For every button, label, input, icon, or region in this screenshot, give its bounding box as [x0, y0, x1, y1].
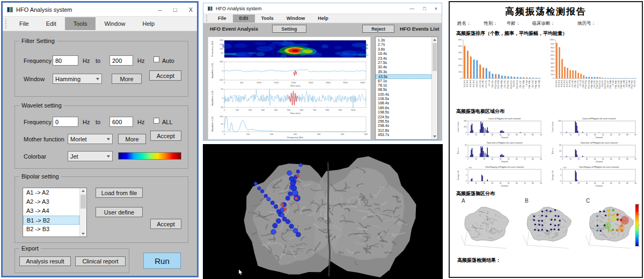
titlebar: HFO Analysis system — □ ×	[203, 3, 442, 14]
bipolar-accept-button[interactable]: Accept	[150, 219, 181, 229]
menu-item-window[interactable]: Window	[96, 17, 134, 30]
scrollbar[interactable]	[431, 37, 437, 139]
list-item[interactable]: 106.5s	[376, 97, 431, 101]
svg-text:2: 2	[466, 168, 467, 170]
frequency-label: Frequency	[24, 58, 52, 64]
load-from-file-button[interactable]: Load from file	[96, 188, 143, 198]
list-item[interactable]: 453.7s	[376, 133, 431, 137]
brain-3d-panel[interactable]	[203, 144, 443, 279]
setting-button[interactable]: Setting	[272, 25, 306, 33]
scroll-down-icon[interactable]	[432, 134, 437, 139]
menu-item-tools[interactable]: Tools	[65, 17, 96, 30]
menu-item-tools[interactable]: Tools	[255, 15, 280, 23]
list-item[interactable]: 189.6s	[376, 106, 431, 110]
list-item[interactable]: 16.4s	[376, 52, 431, 56]
menu-item-window[interactable]: Window	[280, 15, 311, 23]
analysis-result-button[interactable]: Analysis result	[19, 256, 71, 266]
svg-text:70: 70	[524, 134, 526, 136]
close-button[interactable]: ×	[435, 6, 437, 11]
list-item[interactable]: 224.5s	[376, 115, 431, 119]
filter-freq-from-input[interactable]	[53, 55, 78, 66]
list-item[interactable]: 256.5s	[376, 119, 431, 124]
list-item[interactable]: 3.8s	[376, 47, 431, 52]
maximize-button[interactable]: □	[423, 6, 426, 11]
svg-text:10: 10	[475, 158, 477, 160]
list-item[interactable]: 100.4s	[376, 92, 431, 97]
menu-item-file[interactable]: File	[211, 15, 233, 23]
scroll-up-icon[interactable]	[80, 188, 86, 194]
svg-text:2000: 2000	[291, 81, 296, 84]
close-button[interactable]: X	[189, 6, 193, 13]
list-item[interactable]: 27.5s	[376, 61, 431, 65]
svg-text:50: 50	[221, 52, 224, 54]
list-item[interactable]: A3 -> A4	[23, 206, 79, 216]
svg-text:0: 0	[224, 81, 225, 84]
svg-text:60: 60	[516, 182, 518, 184]
results-heading: 高频振荡检测结果：	[457, 257, 501, 264]
list-item[interactable]: 2.7s	[376, 42, 431, 47]
toolbar-grip-icon[interactable]	[206, 15, 208, 21]
filter-freq-to-input[interactable]	[109, 55, 133, 66]
user-define-button[interactable]: User define	[96, 207, 143, 217]
hfo-events-list[interactable]: 1.3s2.7s3.8s16.4s23.4s27.5s30.4s35.3s43.…	[375, 37, 438, 140]
to-label: to	[96, 58, 100, 64]
minimize-button[interactable]: —	[409, 6, 414, 11]
menu-item-help[interactable]: Help	[311, 15, 335, 23]
minimize-button[interactable]: –	[158, 6, 162, 13]
svg-text:500: 500	[551, 58, 554, 60]
clinical-report-button[interactable]: Clinical report	[75, 256, 126, 266]
wavelet-accept-button[interactable]: Accept	[150, 131, 181, 141]
list-item[interactable]: 312.8s	[376, 128, 431, 133]
svg-text:4000: 4000	[360, 81, 365, 84]
run-button[interactable]: Run	[143, 253, 181, 269]
list-item[interactable]: 23.4s	[376, 56, 431, 61]
list-item[interactable]: A2 -> A3	[23, 197, 79, 206]
list-item[interactable]: B1 -> B2	[23, 216, 79, 225]
wavelet-freq-to-input[interactable]	[109, 117, 133, 127]
svg-text:10: 10	[475, 182, 477, 184]
list-item[interactable]: 298.4s	[376, 124, 431, 128]
list-item[interactable]: A1 -> A2	[23, 188, 79, 197]
all-checkbox[interactable]	[153, 118, 159, 124]
svg-text:PTB2-PTB4: PTB2-PTB4	[585, 80, 587, 89]
svg-text:PO13-PO14: PO13-PO14	[604, 80, 606, 89]
list-item[interactable]: 1.3s	[376, 38, 431, 42]
list-item[interactable]: 78.1s	[376, 83, 431, 88]
list-item[interactable]: 168.4s	[376, 101, 431, 105]
scrollbar-thumb[interactable]	[433, 43, 437, 71]
list-item[interactable]: 35.3s	[376, 70, 431, 74]
menu-item-edit[interactable]: Edit	[233, 15, 255, 23]
list-item[interactable]: 67.1s	[376, 79, 431, 83]
list-item[interactable]: 30.4s	[376, 65, 431, 69]
maximize-button[interactable]: □	[173, 6, 177, 13]
svg-text:200: 200	[248, 109, 252, 111]
svg-text:LTA1-LTA2: LTA1-LTA2	[574, 80, 576, 88]
reject-button[interactable]: Reject	[362, 25, 394, 33]
patient-field-label: 病历号：	[577, 20, 596, 27]
filter-accept-button[interactable]: Accept	[149, 70, 181, 81]
list-item[interactable]: 43.5s	[376, 74, 431, 78]
scrollbar[interactable]	[79, 188, 86, 237]
menu-item-help[interactable]: Help	[134, 17, 164, 30]
mother-function-select[interactable]: Morlet	[68, 134, 113, 144]
bipolar-listbox[interactable]: A1 -> A2A2 -> A3A3 -> A4B1 -> B2B2 -> B3	[23, 188, 87, 237]
filter-more-button[interactable]: More	[112, 74, 142, 84]
colorbar-select[interactable]: Jet	[68, 151, 113, 161]
list-item[interactable]: 98.5s	[376, 88, 431, 92]
toolbar-grip-icon[interactable]	[5, 19, 7, 28]
menu-item-file[interactable]: File	[11, 17, 38, 30]
report-title: 高频振荡检测报告	[450, 5, 642, 18]
wavelet-more-button[interactable]: More	[118, 134, 146, 144]
svg-text:300: 300	[551, 66, 554, 68]
scroll-up-icon[interactable]	[432, 37, 437, 42]
scrollbar-thumb[interactable]	[80, 195, 86, 209]
wavelet-freq-from-input[interactable]	[53, 117, 78, 127]
auto-checkbox[interactable]	[153, 56, 159, 62]
window-select[interactable]: Hamming	[53, 74, 102, 84]
scroll-down-icon[interactable]	[80, 231, 86, 237]
list-item[interactable]: B2 -> B3	[23, 225, 79, 234]
list-item[interactable]: 198.5s	[376, 110, 431, 115]
svg-text:RH6-RH7: RH6-RH7	[566, 80, 568, 87]
svg-text:PTB2-PTB4: PTB2-PTB4	[495, 80, 497, 89]
menu-item-edit[interactable]: Edit	[38, 17, 65, 30]
